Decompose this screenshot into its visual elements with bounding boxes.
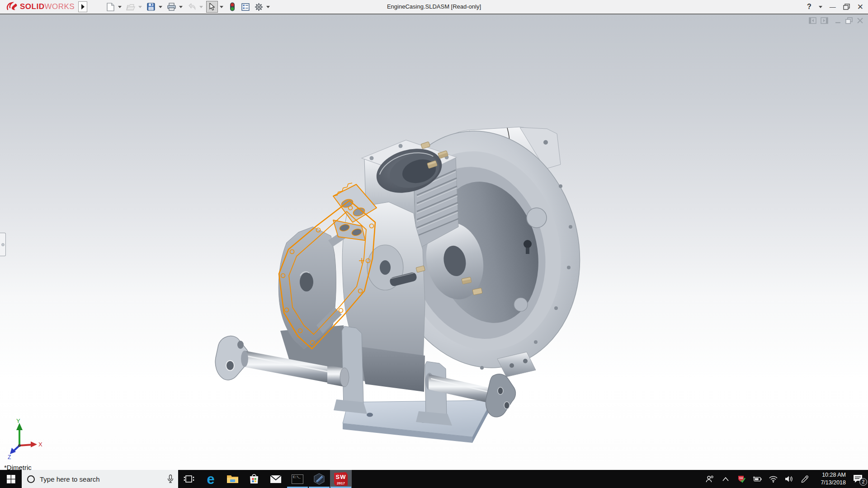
solidworks-logo: SOLIDWORKS <box>6 2 75 12</box>
show-hidden-icons-chevron[interactable] <box>721 477 730 481</box>
task-view-button[interactable] <box>178 470 200 488</box>
solidworks-app-icon: SW 2017 <box>334 472 348 486</box>
orientation-triad: Y X Z <box>7 418 43 459</box>
composer-button[interactable] <box>308 470 330 488</box>
battery-icon[interactable] <box>753 476 762 482</box>
quick-access-toolbar <box>104 1 272 13</box>
options-dropdown[interactable] <box>266 6 270 8</box>
store-button[interactable] <box>243 470 265 488</box>
form-properties-icon <box>241 3 250 11</box>
print-button[interactable] <box>165 1 177 13</box>
triad-y-label: Y <box>16 418 20 424</box>
print-icon <box>167 3 176 11</box>
start-button[interactable] <box>0 470 22 488</box>
windows-logo-icon <box>7 475 15 483</box>
doc-restore-icon[interactable] <box>845 17 853 24</box>
options-button[interactable] <box>253 1 264 13</box>
undo-button[interactable] <box>186 1 198 13</box>
solidworks-monitor-shield-icon[interactable]: SW <box>737 475 746 483</box>
windows-taskbar: Type here to search e <box>0 470 868 488</box>
graphics-viewport[interactable]: Y X Z *Dimetric <box>0 14 868 472</box>
mail-button[interactable] <box>265 470 287 488</box>
rebuild-traffic-light-icon <box>230 2 235 11</box>
composer-hexagon-icon <box>313 473 325 485</box>
search-placeholder: Type here to search <box>40 475 167 483</box>
notification-badge: 2 <box>859 478 867 486</box>
action-center-button[interactable]: 2 <box>853 474 864 484</box>
model-canvas[interactable] <box>0 14 868 473</box>
document-title: EngineCasing.SLDASM [Read-only] <box>387 0 481 14</box>
document-window-controls <box>809 17 863 24</box>
wifi-icon[interactable] <box>769 476 778 483</box>
system-tray: SW 10:28 AM 7/13/2018 <box>705 470 868 488</box>
open-dropdown[interactable] <box>138 6 142 8</box>
print-dropdown[interactable] <box>179 6 183 8</box>
people-icon[interactable] <box>705 475 714 483</box>
undo-dropdown[interactable] <box>199 6 203 8</box>
triad-x-label: X <box>38 441 42 448</box>
options-gear-icon <box>255 3 263 11</box>
solidworks-2017-button[interactable]: SW 2017 <box>330 470 352 488</box>
doc-close-icon[interactable] <box>857 17 863 24</box>
help-dropdown[interactable] <box>819 6 822 8</box>
select-cursor-icon <box>209 3 216 11</box>
open-folder-icon <box>126 3 135 11</box>
ds-logo-icon <box>6 2 18 12</box>
edge-button[interactable]: e <box>200 470 222 488</box>
sw-letters: SW <box>334 474 348 480</box>
tab-dot-icon <box>1 243 5 246</box>
restore-button[interactable] <box>843 4 850 10</box>
task-view-icon <box>184 474 194 484</box>
collapse-panel-right-icon[interactable] <box>821 17 828 24</box>
tray-date: 7/13/2018 <box>816 479 846 487</box>
title-bar: SOLIDWORKS <box>0 0 868 14</box>
windows-ink-pen-icon[interactable] <box>800 475 809 483</box>
command-prompt-button[interactable]: C:\_ <box>287 470 308 488</box>
store-icon <box>249 474 259 484</box>
select-tool-button[interactable] <box>206 1 218 13</box>
file-properties-button[interactable] <box>240 1 251 13</box>
sw-year: 2017 <box>334 481 348 485</box>
window-controls: ? — ✕ <box>807 0 863 14</box>
taskbar-search-input[interactable]: Type here to search <box>22 470 178 488</box>
open-button[interactable] <box>125 1 137 13</box>
collapse-panel-left-icon[interactable] <box>809 17 816 24</box>
undo-icon <box>187 3 196 10</box>
svg-text:SW: SW <box>739 476 744 479</box>
menu-expand-button[interactable] <box>78 1 87 12</box>
rebuild-button[interactable] <box>226 1 238 13</box>
close-button[interactable]: ✕ <box>857 2 863 12</box>
new-document-dropdown[interactable] <box>118 6 122 8</box>
microphone-icon[interactable] <box>167 474 174 483</box>
new-document-icon <box>107 3 114 11</box>
file-explorer-button[interactable] <box>222 470 243 488</box>
triad-z-label: Z <box>8 454 11 459</box>
cortana-icon <box>27 475 35 483</box>
file-explorer-icon <box>226 474 239 484</box>
save-button[interactable] <box>145 1 157 13</box>
expand-arrow-icon <box>81 4 85 9</box>
save-dropdown[interactable] <box>159 6 162 8</box>
help-button[interactable]: ? <box>807 3 811 11</box>
doc-minimize-icon[interactable] <box>835 17 841 24</box>
tray-time: 10:28 AM <box>816 471 846 479</box>
save-floppy-icon <box>147 3 155 11</box>
edge-icon: e <box>207 472 214 486</box>
feature-manager-collapsed-tab[interactable] <box>0 233 6 256</box>
select-dropdown[interactable] <box>220 6 223 8</box>
volume-icon[interactable] <box>784 475 793 483</box>
brand-text: SOLIDWORKS <box>20 2 75 11</box>
taskbar-clock[interactable]: 10:28 AM 7/13/2018 <box>816 471 846 487</box>
minimize-button[interactable]: — <box>830 3 836 10</box>
new-document-button[interactable] <box>104 1 116 13</box>
command-prompt-icon: C:\_ <box>292 474 303 484</box>
mail-icon <box>270 475 282 483</box>
solidworks-window: SOLIDWORKS <box>0 0 868 488</box>
